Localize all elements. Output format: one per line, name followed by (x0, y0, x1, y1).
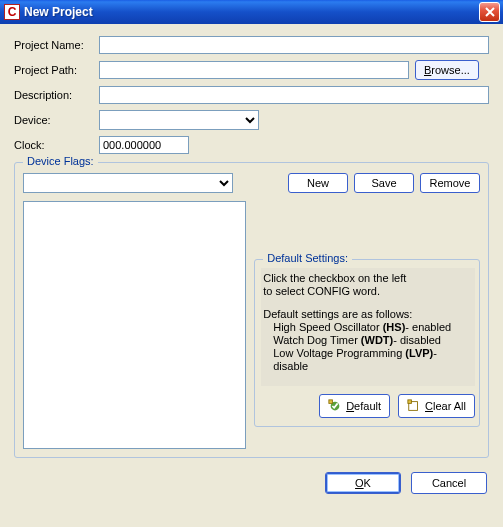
ok-button[interactable]: OK (325, 472, 401, 494)
row-clock: Clock: (14, 136, 489, 154)
project-path-input[interactable] (99, 61, 409, 79)
default-button[interactable]: Default (319, 394, 390, 418)
close-icon (485, 7, 495, 17)
dialog-button-row: OK Cancel (14, 472, 489, 494)
label-device: Device: (14, 114, 99, 126)
label-description: Description: (14, 89, 99, 101)
row-description: Description: (14, 86, 489, 104)
description-input[interactable] (99, 86, 489, 104)
label-clock: Clock: (14, 139, 99, 151)
flags-body: Default Settings: Click the checkbox on … (23, 201, 480, 449)
default-settings-text: Click the checkbox on the left to select… (261, 268, 475, 386)
project-name-input[interactable] (99, 36, 489, 54)
cancel-button[interactable]: Cancel (411, 472, 487, 494)
app-icon: C (4, 4, 20, 20)
flags-top-row: New Save Remove (23, 173, 480, 193)
row-project-path: Project Path: Browse... (14, 60, 489, 80)
label-project-name: Project Name: (14, 39, 99, 51)
close-button[interactable] (479, 2, 500, 22)
browse-button[interactable]: Browse... (415, 60, 479, 80)
window-title: New Project (24, 5, 479, 19)
label-project-path: Project Path: (14, 64, 99, 76)
title-bar: C New Project (0, 0, 503, 24)
default-settings-group: Default Settings: Click the checkbox on … (254, 259, 480, 427)
save-button[interactable]: Save (354, 173, 414, 193)
client-area: Project Name: Project Path: Browse... De… (0, 24, 503, 504)
device-flags-title: Device Flags: (23, 155, 98, 167)
clear-all-button[interactable]: Clear All (398, 394, 475, 418)
new-button[interactable]: New (288, 173, 348, 193)
default-settings-title: Default Settings: (263, 252, 352, 264)
row-device: Device: (14, 110, 489, 130)
svg-rect-1 (329, 400, 333, 404)
flags-list[interactable] (23, 201, 246, 449)
svg-rect-3 (408, 400, 412, 404)
remove-button[interactable]: Remove (420, 173, 480, 193)
clock-input[interactable] (99, 136, 189, 154)
row-project-name: Project Name: (14, 36, 489, 54)
device-flags-group: Device Flags: New Save Remove Default Se… (14, 162, 489, 458)
gear-icon (328, 399, 342, 413)
browse-label-rest: rowse... (431, 64, 470, 76)
clear-icon (407, 399, 421, 413)
flags-combo[interactable] (23, 173, 233, 193)
flags-right-column: Default Settings: Click the checkbox on … (254, 201, 480, 449)
default-buttons-row: Default Clear All (261, 394, 475, 418)
app-icon-letter: C (8, 5, 17, 19)
device-select[interactable] (99, 110, 259, 130)
